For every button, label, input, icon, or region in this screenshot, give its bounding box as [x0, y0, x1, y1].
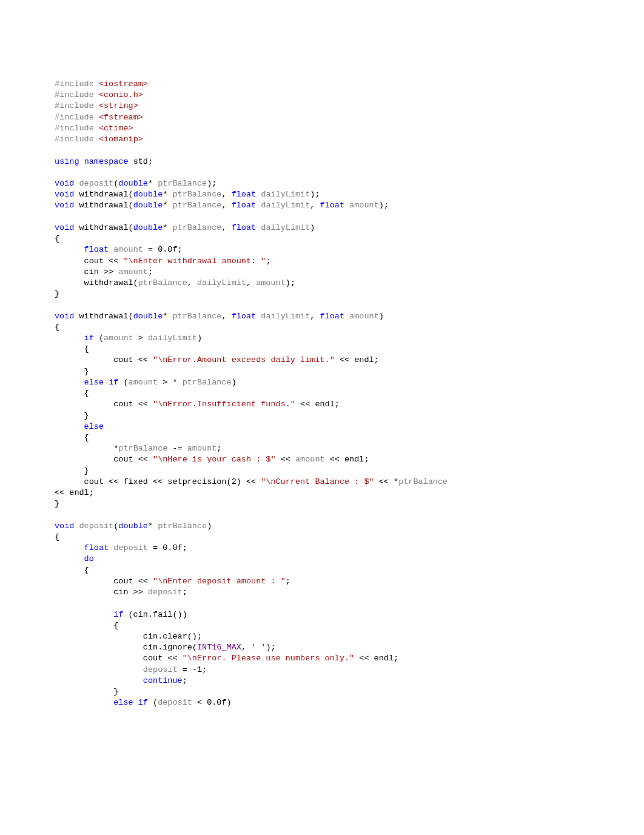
code-line: { [55, 565, 589, 576]
code-line: cout << "\nHere is your cash : $" << amo… [55, 454, 589, 465]
code-line [55, 145, 589, 156]
code-line [55, 598, 589, 609]
code-line [55, 212, 589, 223]
code-line [55, 167, 589, 178]
code-line: else if (amount > * ptrBalance) [55, 377, 589, 388]
code-line: } [55, 686, 589, 697]
code-line: { [55, 233, 589, 244]
code-line: cin >> amount; [55, 267, 589, 278]
code-line: cin >> deposit; [55, 587, 589, 598]
code-line: withdrawal(ptrBalance, dailyLimit, amoun… [55, 278, 589, 289]
code-line: *ptrBalance -= amount; [55, 443, 589, 454]
code-line: { [55, 322, 589, 333]
code-line: void withdrawal(double* ptrBalance, floa… [55, 200, 589, 211]
code-line: void withdrawal(double* ptrBalance, floa… [55, 311, 589, 322]
code-line: { [55, 432, 589, 443]
code-line: using namespace std; [55, 156, 589, 167]
code-line [55, 510, 589, 521]
code-line: } [55, 466, 589, 477]
code-line: cout << "\nError.Amount exceeds daily li… [55, 355, 589, 366]
code-line: { [55, 388, 589, 399]
code-line: void deposit(double* ptrBalance) [55, 521, 589, 532]
code-line: void deposit(double* ptrBalance); [55, 178, 589, 189]
code-line: { [55, 532, 589, 543]
code-line: do [55, 554, 589, 565]
code-line: cout << "\nError. Please use numbers onl… [55, 653, 589, 664]
code-line: } [55, 498, 589, 509]
code-line: #include <string> [55, 101, 589, 112]
code-line: #include <iostream> [55, 79, 589, 90]
code-line: else [55, 421, 589, 432]
code-line: #include <iomanip> [55, 134, 589, 145]
code-line: void withdrawal(double* ptrBalance, floa… [55, 223, 589, 233]
code-line: #include <ctime> [55, 123, 589, 134]
code-line: } [55, 289, 589, 300]
code-line: { [55, 344, 589, 355]
code-line: void withdrawal(double* ptrBalance, floa… [55, 189, 589, 200]
code-line: #include <fstream> [55, 112, 589, 123]
code-line: continue; [55, 676, 589, 686]
code-block: #include <iostream>#include <conio.h>#in… [55, 79, 589, 708]
code-line: else if (deposit < 0.0f) [55, 697, 589, 708]
code-line: cout << "\nEnter deposit amount : "; [55, 576, 589, 587]
code-line: cin.ignore(INT16_MAX, ' '); [55, 642, 589, 653]
code-line: } [55, 411, 589, 421]
code-line: if (cin.fail()) [55, 609, 589, 620]
code-line [55, 300, 589, 310]
code-line: cin.clear(); [55, 631, 589, 642]
code-line: #include <conio.h> [55, 90, 589, 101]
code-line: float amount = 0.0f; [55, 244, 589, 255]
code-line: } [55, 366, 589, 377]
code-line: cout << fixed << setprecision(2) << "\nC… [55, 477, 589, 488]
code-line: cout << "\nError.Insufficient funds." <<… [55, 399, 589, 410]
code-line: if (amount > dailyLimit) [55, 333, 589, 344]
code-line: deposit = -1; [55, 665, 589, 676]
code-line: << endl; [55, 488, 589, 498]
code-line: { [55, 620, 589, 631]
code-document: #include <iostream>#include <conio.h>#in… [0, 0, 644, 835]
code-line: cout << "\nEnter withdrawal amount: "; [55, 256, 589, 267]
code-line: float deposit = 0.0f; [55, 543, 589, 554]
